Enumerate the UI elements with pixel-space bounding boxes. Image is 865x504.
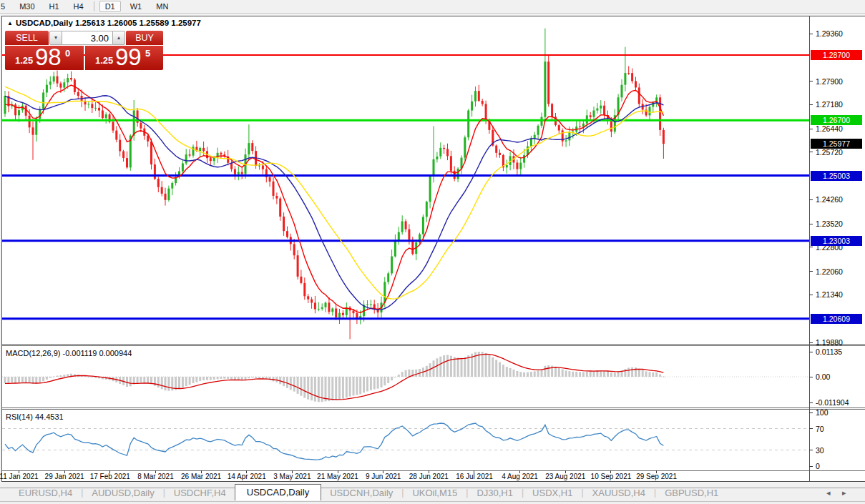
mt4-application: 5M30H1H4D1W1MN ▲USDCAD,Daily 1.25613 1.2… [0, 0, 865, 504]
level-price-label: 1.20609 [811, 314, 862, 324]
level-price-label: 1.26700 [811, 115, 862, 125]
buy-price-big: 99 [115, 44, 142, 71]
volume-increase-button[interactable]: ▴ [112, 31, 125, 45]
tab-item-ukoil-m15[interactable]: UKOil,M15 [404, 485, 466, 500]
rsi-indicator-label: RSI(14) 44.4531 [6, 412, 64, 421]
level-price-label: 1.25003 [811, 171, 862, 181]
date-axis-border [2, 470, 865, 471]
macd-indicator-label: MACD(12,26,9) -0.001119 0.000944 [6, 349, 132, 357]
price-tick-mark [809, 450, 813, 450]
price-tick-mark [809, 271, 813, 272]
price-tick-mark [809, 104, 813, 105]
tab-item-gbpusd-h1[interactable]: GBPUSD,H1 [656, 485, 727, 500]
price-tick-label: 100 [816, 408, 829, 417]
macd-histogram [4, 352, 665, 402]
current-price-label: 1.25977 [811, 139, 862, 149]
price-tick-mark [809, 199, 813, 200]
volume-input[interactable] [62, 31, 112, 45]
tab-item-usdcnh-daily[interactable]: USDCNH,Daily [321, 485, 401, 500]
tab-item-dj30-h1[interactable]: DJ30,H1 [468, 485, 522, 500]
price-tick-label: 70 [816, 425, 824, 433]
toolbar-period-m30[interactable]: M30 [14, 1, 39, 11]
toolbar-period-w1[interactable]: W1 [125, 1, 147, 11]
price-tick-label: 0.01135 [816, 347, 842, 356]
price-axis-border [809, 16, 810, 481]
pane-separator[interactable] [2, 407, 865, 408]
price-tick-label: 1.29360 [816, 29, 843, 38]
price-tick-label: 30 [816, 446, 824, 455]
toolbar-period-5[interactable]: 5 [0, 1, 10, 11]
price-tick-label: 1.26440 [816, 124, 843, 133]
buy-price-sup: 5 [145, 48, 150, 59]
symbol-tabs: EURUSD,H4|AUDUSD,Daily|USDCHF,H4USDCAD,D… [10, 483, 727, 502]
pane-separator[interactable] [2, 344, 865, 345]
price-tick-mark [809, 428, 813, 429]
rsi-pane-surface[interactable] [2, 410, 809, 470]
sell-button[interactable]: SELL [5, 31, 49, 45]
price-tick-mark [809, 295, 813, 295]
price-tick-mark [809, 224, 813, 224]
slow-ma-line [5, 87, 663, 299]
price-tick-mark [809, 412, 813, 413]
price-tick-mark [809, 129, 813, 129]
pane-separator [2, 409, 865, 410]
level-price-label: 1.23003 [811, 236, 862, 246]
chart-title-text: USDCAD,Daily 1.25613 1.26005 1.25589 1.2… [16, 19, 201, 27]
toolbar-period-h4[interactable]: H4 [69, 1, 89, 11]
price-tick-label: 1.21340 [816, 290, 843, 299]
one-click-trade-panel: SELL ▾ ▴ BUY 1.25 98 0 1.25 99 5 [5, 31, 163, 70]
tab-item-xauusd-h4[interactable]: XAUUSD,H4 [584, 485, 654, 500]
buy-price-button[interactable]: 1.25 99 5 [85, 46, 163, 70]
buy-button[interactable]: BUY [126, 31, 163, 45]
price-tick-label: 0.00 [816, 372, 830, 381]
tab-item-usdchf-h4[interactable]: USDCHF,H4 [165, 485, 235, 500]
date-tick-label: 29 Sep 2021 [630, 473, 683, 480]
toolbar-period-h1[interactable]: H1 [44, 1, 64, 11]
price-tick-label: 1.22060 [816, 267, 843, 276]
candles-series [4, 29, 665, 340]
buy-price-prefix: 1.25 [95, 55, 113, 66]
sell-price-prefix: 1.25 [15, 55, 33, 66]
price-tick-label: -0.011904 [816, 398, 849, 407]
toolbar-period-d1[interactable]: D1 [99, 1, 121, 12]
price-tick-mark [809, 352, 813, 352]
price-tick-mark [809, 247, 813, 247]
price-tick-mark [809, 377, 813, 377]
price-tick-mark [809, 152, 813, 152]
tab-item-usdx-h1[interactable]: USDX,H1 [524, 485, 581, 500]
price-tick-label: 1.24260 [816, 195, 843, 204]
sell-price-sup: 0 [65, 48, 70, 59]
collapse-panel-icon[interactable]: ▲ [7, 20, 13, 26]
toolbar-separator [94, 1, 94, 11]
tab-item-eurusd-h4[interactable]: EURUSD,H4 [10, 485, 81, 500]
sell-price-big: 98 [35, 44, 62, 71]
pane-separator [2, 345, 865, 346]
tabs-scroll-left-icon[interactable]: ◂ [826, 488, 831, 498]
price-tick-label: 1.23520 [816, 219, 843, 228]
level-price-label: 1.28700 [811, 50, 862, 60]
price-tick-label: 1.19880 [816, 338, 843, 347]
volume-decrease-button[interactable]: ▾ [49, 31, 62, 45]
price-tick-label: 1.27180 [816, 100, 843, 109]
toolbar-period-mn[interactable]: MN [151, 1, 173, 11]
price-tick-mark [809, 342, 813, 343]
price-tick-mark [809, 402, 813, 403]
sell-price-button[interactable]: 1.25 98 0 [5, 46, 84, 70]
price-tick-mark [809, 81, 813, 81]
symbol-tab-bar: EURUSD,H4|AUDUSD,Daily|USDCHF,H4USDCAD,D… [0, 483, 865, 504]
tab-item-audusd-daily[interactable]: AUDUSD,Daily [83, 485, 162, 500]
price-tick-mark [809, 466, 813, 467]
chart-title: ▲USDCAD,Daily 1.25613 1.26005 1.25589 1.… [7, 19, 201, 27]
price-tick-label: 1.25720 [816, 148, 843, 157]
toolbar: 5M30H1H4D1W1MN [0, 0, 865, 14]
tabs-scroll-right-icon[interactable]: ▸ [842, 488, 846, 498]
tab-item-usdcad-daily[interactable]: USDCAD,Daily [235, 484, 321, 500]
price-tick-mark [809, 34, 813, 34]
price-tick-label: 1.27900 [816, 77, 843, 86]
price-tick-label: 0 [816, 462, 820, 470]
